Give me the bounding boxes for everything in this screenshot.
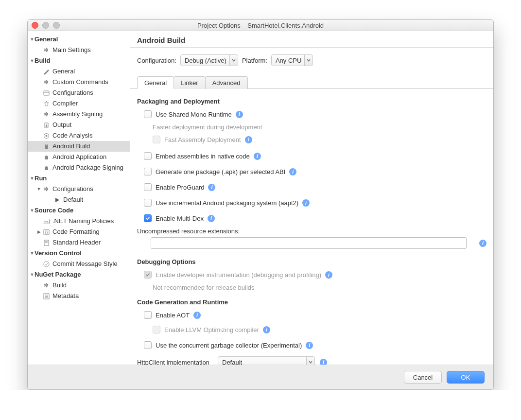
info-icon[interactable]: i bbox=[193, 312, 201, 319]
option-aot-label: Enable AOT bbox=[156, 312, 190, 319]
chevron-right-icon: ▶ bbox=[36, 227, 41, 237]
svg-line-4 bbox=[44, 103, 45, 103]
configuration-label: Configuration: bbox=[137, 57, 176, 64]
platform-select[interactable]: Any CPU bbox=[271, 54, 313, 66]
sidebar-group-source-code[interactable]: ▼Source Code bbox=[28, 205, 130, 216]
option-dev-inst-label: Enable developer instrumentation (debugg… bbox=[156, 271, 321, 279]
info-icon[interactable]: i bbox=[320, 359, 327, 365]
info-icon[interactable]: i bbox=[306, 342, 313, 349]
sidebar-item-android-application[interactable]: ▼Android Application bbox=[28, 152, 130, 162]
target-icon bbox=[42, 132, 50, 140]
sidebar: ▼ General ▼ ✻ Main Settings bbox=[28, 31, 130, 365]
project-options-window: Project Options – SmartHotel.Clients.And… bbox=[27, 19, 494, 390]
gear-icon: ✻ bbox=[42, 281, 50, 289]
sidebar-item-android-build[interactable]: ▼Android Build bbox=[28, 141, 130, 152]
info-icon[interactable]: i bbox=[245, 136, 252, 143]
uncompressed-extensions-input[interactable] bbox=[151, 237, 467, 249]
checkbox-concurrent-gc[interactable] bbox=[144, 341, 152, 349]
document-icon bbox=[42, 239, 50, 246]
chevron-down-icon: ▼ bbox=[30, 34, 35, 45]
tab-general[interactable]: General bbox=[137, 76, 174, 89]
checkbox-multidex[interactable] bbox=[144, 214, 152, 222]
option-proguard-label: Enable ProGuard bbox=[156, 184, 204, 191]
sidebar-item-nuget-metadata[interactable]: ▼Metadata bbox=[28, 291, 130, 301]
section-packaging: Packaging and Deployment bbox=[137, 98, 486, 105]
sidebar-item-assembly-signing[interactable]: ▼✻Assembly Signing bbox=[28, 109, 130, 120]
cancel-button[interactable]: Cancel bbox=[404, 371, 442, 384]
platform-label: Platform: bbox=[242, 57, 267, 64]
hint-dev-inst: Not recommended for release builds bbox=[153, 284, 255, 291]
sidebar-item-custom-commands[interactable]: ▼✻Custom Commands bbox=[28, 77, 130, 88]
output-icon bbox=[42, 121, 50, 129]
info-icon[interactable]: i bbox=[208, 215, 215, 222]
titlebar: Project Options – SmartHotel.Clients.And… bbox=[28, 20, 493, 31]
checkbox-dev-instrumentation bbox=[144, 271, 152, 279]
sidebar-group-build[interactable]: ▼ Build bbox=[28, 55, 130, 66]
svg-rect-13 bbox=[45, 167, 48, 170]
check-circle-icon bbox=[42, 260, 50, 268]
info-icon[interactable]: i bbox=[302, 199, 310, 207]
options-scroll[interactable]: Packaging and Deployment Use Shared Mono… bbox=[130, 89, 493, 365]
tab-advanced[interactable]: Advanced bbox=[205, 76, 248, 89]
android-icon bbox=[42, 153, 50, 161]
sidebar-item-commit-message-style[interactable]: ▼Commit Message Style bbox=[28, 259, 130, 269]
checkbox-aot[interactable] bbox=[144, 311, 152, 319]
chevron-down-icon: ▼ bbox=[30, 55, 35, 66]
sidebar-item-build-general[interactable]: ▼General bbox=[28, 66, 130, 77]
sidebar-item-configurations[interactable]: ▼Configurations bbox=[28, 88, 130, 98]
sidebar-item-code-formatting[interactable]: ▶{}Code Formatting bbox=[28, 227, 130, 237]
sidebar-item-standard-header[interactable]: ▼Standard Header bbox=[28, 237, 130, 248]
info-icon[interactable]: i bbox=[289, 168, 296, 175]
chevron-down-icon: ▼ bbox=[30, 205, 35, 216]
sidebar-group-nuget[interactable]: ▼NuGet Package bbox=[28, 269, 130, 280]
android-icon bbox=[42, 142, 50, 150]
sidebar-item-android-package-signing[interactable]: ▼Android Package Signing bbox=[28, 162, 130, 173]
hint-shared-mono: Faster deployment during development bbox=[153, 123, 262, 131]
svg-text:{}: {} bbox=[45, 230, 48, 235]
info-icon[interactable]: i bbox=[236, 111, 243, 118]
option-fast-deploy-label: Fast Assembly Deployment bbox=[164, 136, 241, 143]
checkbox-abi-package[interactable] bbox=[144, 168, 152, 175]
sidebar-group-version-control[interactable]: ▼Version Control bbox=[28, 248, 130, 259]
checkbox-shared-mono[interactable] bbox=[144, 110, 152, 118]
svg-rect-0 bbox=[44, 91, 49, 95]
info-icon[interactable]: i bbox=[479, 240, 486, 247]
info-icon[interactable]: i bbox=[254, 153, 261, 160]
svg-line-10 bbox=[45, 144, 46, 145]
tab-bar: General Linker Advanced bbox=[130, 76, 493, 89]
ok-button[interactable]: OK bbox=[447, 371, 485, 384]
svg-text:A/a: A/a bbox=[44, 220, 49, 223]
braces-icon: {} bbox=[42, 228, 50, 236]
option-llvm-label: Enable LLVM Optimizing compiler bbox=[164, 326, 259, 333]
sidebar-group-run[interactable]: ▼Run bbox=[28, 173, 130, 184]
option-shared-mono-label: Use Shared Mono Runtime bbox=[156, 111, 232, 118]
uncompressed-label: Uncompressed resource extensions: bbox=[137, 228, 486, 235]
sidebar-item-output[interactable]: ▼Output bbox=[28, 120, 130, 130]
checkbox-llvm bbox=[153, 326, 160, 333]
checkbox-aapt2[interactable] bbox=[144, 199, 152, 207]
sidebar-item-run-configurations[interactable]: ▼✻Configurations bbox=[28, 184, 130, 194]
info-icon[interactable]: i bbox=[325, 271, 332, 279]
checkbox-proguard[interactable] bbox=[144, 183, 152, 191]
sidebar-group-general[interactable]: ▼ General bbox=[28, 34, 130, 45]
checkbox-embed-assemblies[interactable] bbox=[144, 152, 152, 160]
svg-rect-9 bbox=[45, 146, 48, 149]
svg-rect-12 bbox=[45, 157, 48, 159]
sidebar-item-main-settings[interactable]: ▼ ✻ Main Settings bbox=[28, 45, 130, 55]
window-zoom-button[interactable] bbox=[53, 22, 60, 29]
info-icon[interactable]: i bbox=[263, 326, 270, 333]
svg-point-8 bbox=[45, 135, 47, 137]
sidebar-item-code-analysis[interactable]: ▼Code Analysis bbox=[28, 130, 130, 141]
window-close-button[interactable] bbox=[32, 22, 38, 29]
gear-icon: ✻ bbox=[42, 46, 50, 54]
sidebar-item-compiler[interactable]: ▼Compiler bbox=[28, 98, 130, 109]
info-icon[interactable]: i bbox=[208, 184, 215, 191]
sidebar-item-naming-policies[interactable]: ▼A/a.NET Naming Policies bbox=[28, 216, 130, 227]
httpclient-select[interactable]: Default bbox=[218, 356, 315, 365]
list-icon bbox=[42, 292, 50, 300]
sidebar-item-run-default[interactable]: ▼Default bbox=[28, 194, 130, 205]
tab-linker[interactable]: Linker bbox=[174, 76, 205, 89]
configuration-select[interactable]: Debug (Active) bbox=[180, 54, 238, 66]
sidebar-item-nuget-build[interactable]: ▼✻Build bbox=[28, 280, 130, 291]
window-minimize-button[interactable] bbox=[42, 22, 49, 29]
